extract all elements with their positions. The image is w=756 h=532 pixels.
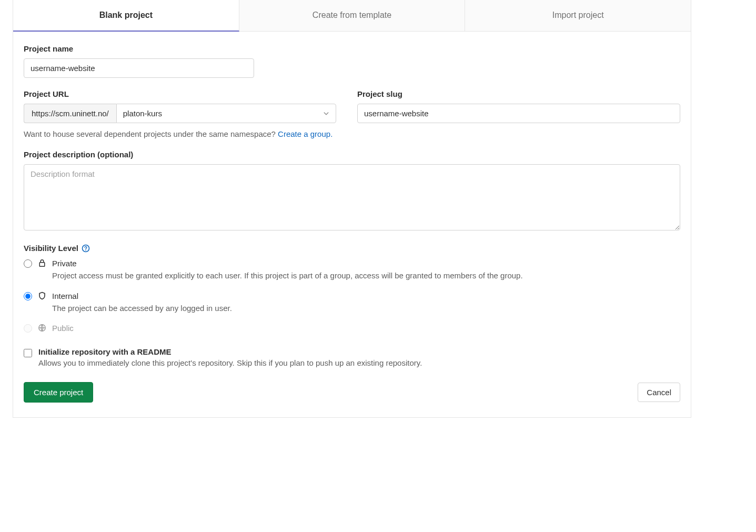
project-url-group: https://scm.uninett.no/ platon-kurs bbox=[24, 104, 336, 123]
initialize-readme-desc: Allows you to immediately clone this pro… bbox=[38, 358, 422, 367]
namespace-hint: Want to house several dependent projects… bbox=[24, 129, 680, 138]
tab-create-from-template[interactable]: Create from template bbox=[239, 0, 466, 31]
project-url-prefix: https://scm.uninett.no/ bbox=[24, 104, 116, 123]
shield-icon bbox=[37, 292, 47, 300]
namespace-select[interactable]: platon-kurs bbox=[116, 104, 336, 123]
initialize-readme-title: Initialize repository with a README bbox=[38, 347, 422, 356]
new-project-panel: Blank project Create from template Impor… bbox=[13, 0, 691, 418]
visibility-option-public: Public bbox=[24, 323, 680, 334]
visibility-private-title: Private bbox=[52, 258, 680, 269]
visibility-level-label: Visibility Level bbox=[24, 244, 680, 253]
visibility-radio-internal[interactable] bbox=[24, 292, 32, 300]
create-project-button[interactable]: Create project bbox=[24, 382, 93, 403]
visibility-public-title: Public bbox=[52, 323, 680, 334]
svg-point-1 bbox=[85, 249, 86, 250]
project-name-input[interactable] bbox=[24, 58, 254, 78]
visibility-radio-public bbox=[24, 324, 32, 333]
project-slug-label: Project slug bbox=[357, 89, 680, 98]
tab-import-project[interactable]: Import project bbox=[465, 0, 691, 31]
initialize-readme-checkbox[interactable] bbox=[24, 349, 32, 357]
project-name-label: Project name bbox=[24, 44, 680, 53]
visibility-level-text: Visibility Level bbox=[24, 244, 78, 253]
namespace-hint-text: Want to house several dependent projects… bbox=[24, 129, 278, 138]
namespace-selected-value: platon-kurs bbox=[123, 109, 162, 118]
tab-blank-project[interactable]: Blank project bbox=[13, 0, 239, 32]
initialize-readme-block: Initialize repository with a README Allo… bbox=[24, 347, 680, 367]
visibility-option-internal: Internal The project can be accessed by … bbox=[24, 290, 680, 315]
cancel-button[interactable]: Cancel bbox=[638, 383, 680, 402]
visibility-private-desc: Project access must be granted explicitl… bbox=[52, 270, 680, 282]
visibility-internal-title: Internal bbox=[52, 290, 680, 302]
visibility-internal-desc: The project can be accessed by any logge… bbox=[52, 303, 680, 315]
globe-icon bbox=[37, 324, 47, 332]
visibility-radio-private[interactable] bbox=[24, 259, 32, 268]
project-type-tabs: Blank project Create from template Impor… bbox=[13, 0, 691, 32]
form-body: Project name Project URL https://scm.uni… bbox=[13, 32, 691, 417]
help-icon[interactable] bbox=[82, 244, 90, 253]
create-group-link[interactable]: Create a group. bbox=[278, 129, 332, 138]
visibility-option-private: Private Project access must be granted e… bbox=[24, 258, 680, 282]
project-slug-input[interactable] bbox=[357, 104, 680, 123]
lock-icon bbox=[37, 259, 47, 267]
form-actions: Create project Cancel bbox=[24, 382, 680, 403]
project-description-label: Project description (optional) bbox=[24, 150, 680, 159]
chevron-down-icon bbox=[323, 109, 329, 118]
project-url-label: Project URL bbox=[24, 89, 336, 98]
project-description-input[interactable] bbox=[24, 164, 680, 230]
